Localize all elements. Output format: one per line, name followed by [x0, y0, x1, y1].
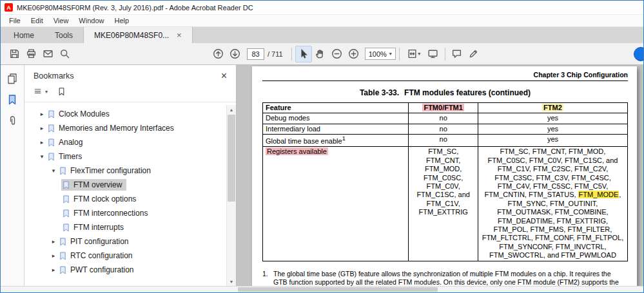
- close-icon[interactable]: ×: [221, 71, 227, 81]
- chevron-right-icon[interactable]: ▸: [37, 139, 46, 146]
- menu-edit[interactable]: Edit: [26, 15, 48, 26]
- scroll-up-icon[interactable]: ▲: [227, 105, 236, 114]
- bookmark-icon: [63, 195, 70, 203]
- next-page-button[interactable]: [226, 46, 243, 62]
- bookmark-item-flextimer-configuration[interactable]: ▾ FlexTimer configuration: [24, 164, 236, 178]
- table-row: Global time base enable1 no yes: [263, 135, 628, 147]
- bookmark-item-ftm-clock-options[interactable]: FTM clock options: [24, 192, 236, 206]
- page-count-label: / 711: [268, 50, 283, 58]
- bookmark-label: FTM interconnections: [73, 209, 148, 218]
- chevron-down-icon: ▾: [389, 52, 392, 57]
- email-button[interactable]: [39, 46, 56, 62]
- menu-file[interactable]: File: [4, 15, 26, 26]
- minus-circle-icon: [331, 48, 342, 59]
- menu-help[interactable]: Help: [109, 15, 134, 26]
- tab-home[interactable]: Home: [3, 27, 44, 43]
- header-ftm0-ftm1: FTM0/FTM1: [409, 103, 478, 113]
- page-number-input[interactable]: 83: [247, 48, 264, 60]
- expand-current-bookmark-button[interactable]: [57, 87, 66, 97]
- bookmark-item-ftm-interrupts[interactable]: FTM interrupts: [24, 220, 236, 234]
- bookmark-label: FTM interrupts: [73, 223, 124, 232]
- horizontal-scrollbar[interactable]: [1, 286, 643, 292]
- horizontal-scrollbar-thumb[interactable]: [238, 287, 438, 292]
- search-button[interactable]: [56, 46, 73, 62]
- bookmark-icon: [63, 223, 70, 232]
- bookmark-icon: [48, 138, 55, 147]
- bookmark-item-rtc-configuration[interactable]: ▸ RTC configuration: [24, 249, 236, 263]
- select-tool-button[interactable]: [295, 46, 312, 62]
- attachments-icon[interactable]: [6, 115, 18, 127]
- bookmark-label: FTM clock options: [73, 194, 136, 203]
- chevron-down-icon[interactable]: ▾: [49, 167, 58, 174]
- page-fit-button[interactable]: ▾: [403, 46, 425, 62]
- window-title: MKE06P80M48SF0RM (Rev. 3, July 2016).pdf…: [17, 4, 253, 12]
- chevron-right-icon[interactable]: ▸: [49, 267, 58, 273]
- tab-document[interactable]: MKE06P80M48SF0... ×: [83, 27, 193, 43]
- monitor-icon: [427, 48, 438, 59]
- bookmark-icon: [63, 181, 70, 189]
- chevron-right-icon[interactable]: ▸: [49, 252, 58, 259]
- bookmark-label: Clock Modules: [59, 109, 110, 118]
- chevron-right-icon[interactable]: ▸: [37, 111, 46, 117]
- bookmarks-panel: Bookmarks × ▾ ▸ Clock Modules ▸: [24, 65, 237, 286]
- menu-view[interactable]: View: [48, 15, 74, 26]
- arrow-down-circle-icon: [229, 48, 240, 59]
- chevron-right-icon[interactable]: ▸: [49, 238, 58, 245]
- bookmark-options-button[interactable]: ▾: [34, 87, 48, 97]
- bookmark-icon: [63, 209, 70, 218]
- zoom-level-dropdown[interactable]: 100% ▾: [365, 48, 396, 60]
- chapter-header: Chapter 3 Chip Configuration: [262, 71, 628, 81]
- options-list-icon: [34, 87, 43, 97]
- chevron-down-icon: ▾: [45, 90, 48, 95]
- cell-ftm01: no: [409, 113, 478, 124]
- bookmarks-panel-header: Bookmarks ×: [24, 65, 236, 84]
- zoom-in-button[interactable]: [346, 46, 362, 62]
- scroll-down-icon[interactable]: ▼: [227, 277, 236, 286]
- main-area: Bookmarks × ▾ ▸ Clock Modules ▸: [1, 65, 643, 286]
- table-row: Intermediary load no yes: [263, 124, 628, 134]
- fill-sign-button[interactable]: [465, 46, 482, 62]
- menu-window[interactable]: Window: [73, 15, 109, 26]
- page-thumbnails-icon[interactable]: [6, 73, 18, 84]
- print-button[interactable]: [23, 46, 39, 62]
- chevron-right-icon[interactable]: ▸: [37, 125, 46, 131]
- ftm-features-table: Feature FTM0/FTM1 FTM2 Debug modes no ye…: [262, 102, 628, 261]
- previous-page-button[interactable]: [210, 46, 226, 62]
- bookmarks-panel-icon[interactable]: [6, 94, 18, 106]
- bookmark-label: PWT configuration: [70, 265, 134, 274]
- cell-feature: Debug modes: [263, 113, 409, 124]
- bookmark-item-timers[interactable]: ▾ Timers: [24, 149, 236, 164]
- cell-ftm2: yes: [478, 113, 627, 124]
- bookmark-item-ftm-interconnections[interactable]: FTM interconnections: [24, 206, 236, 220]
- cell-registers-ftm2: FTM_SC, FTM_CNT, FTM_MOD, FTM_C0SC, FTM_…: [478, 147, 627, 261]
- tab-tools[interactable]: Tools: [44, 27, 83, 43]
- toolbar-separator: [445, 48, 445, 61]
- bookmark-item-pit-configuration[interactable]: ▸ PIT configuration: [24, 234, 236, 249]
- bookmark-item-ftm-overview[interactable]: FTM overview: [24, 178, 236, 192]
- bookmark-item-memories[interactable]: ▸ Memories and Memory Interfaces: [24, 121, 236, 135]
- save-button[interactable]: [6, 46, 23, 62]
- tab-close-icon[interactable]: ×: [177, 31, 182, 39]
- arrow-up-circle-icon: [213, 48, 224, 59]
- save-icon: [9, 48, 20, 59]
- zoom-out-button[interactable]: [329, 46, 346, 62]
- bookmark-item-analog[interactable]: ▸ Analog: [24, 135, 236, 149]
- comment-button[interactable]: [449, 46, 465, 62]
- chevron-down-icon[interactable]: ▾: [37, 153, 46, 160]
- cell-feature: Intermediary load: [263, 124, 409, 134]
- bookmarks-panel-toolbar: ▾: [24, 84, 236, 102]
- highlighted-register: FTM_MODE: [578, 191, 620, 198]
- bookmark-item-clock-modules[interactable]: ▸ Clock Modules: [24, 107, 236, 121]
- footnote-number: 1.: [262, 270, 273, 286]
- header-ftm2: FTM2: [478, 103, 627, 113]
- scrollbar-thumb[interactable]: [228, 115, 235, 202]
- account-avatar-partial[interactable]: [634, 47, 644, 61]
- bookmark-icon: [48, 110, 55, 118]
- reading-mode-button[interactable]: [425, 46, 442, 62]
- bookmark-item-pwt-configuration[interactable]: ▸ PWT configuration: [24, 263, 236, 277]
- bookmark-icon: [48, 153, 55, 161]
- hand-tool-button[interactable]: [312, 46, 329, 62]
- bookmarks-scrollbar[interactable]: ▲ ▼: [226, 105, 236, 286]
- bookmark-label: Timers: [59, 152, 82, 161]
- toolbar-separator: [291, 48, 292, 61]
